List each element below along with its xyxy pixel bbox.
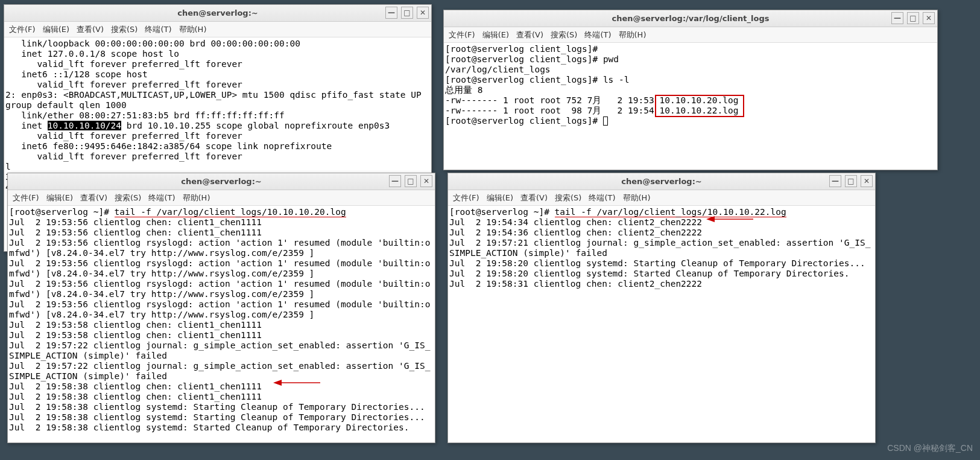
terminal-output[interactable]: [root@serverlog ~]# tail -f /var/log/cli… [8, 206, 435, 442]
close-button[interactable]: ✕ [417, 7, 429, 19]
menu-search[interactable]: 搜索(S) [555, 193, 581, 203]
maximize-icon: □ [909, 14, 916, 22]
maximize-button[interactable]: □ [405, 175, 417, 187]
menu-edit[interactable]: 编辑(E) [46, 193, 73, 203]
tail-command: tail -f /var/log/client_logs/10.10.10.22… [555, 207, 786, 217]
highlighted-ip: 10.10.10.10/24 [48, 121, 121, 130]
window-title: chen@serverlog:~ [8, 177, 435, 186]
menu-view[interactable]: 查看(V) [520, 193, 548, 203]
menu-terminal[interactable]: 终端(T) [584, 30, 611, 40]
minimize-icon: — [391, 177, 399, 185]
maximize-icon: □ [407, 177, 414, 185]
menu-edit[interactable]: 编辑(E) [487, 193, 513, 203]
menu-help[interactable]: 帮助(H) [183, 193, 210, 203]
close-icon: ✕ [420, 8, 426, 17]
menu-terminal[interactable]: 终端(T) [589, 193, 615, 203]
titlebar[interactable]: chen@serverlog:~ — □ ✕ [448, 173, 875, 190]
menu-search[interactable]: 搜索(S) [115, 193, 141, 203]
window-title: chen@serverlog:~ [4, 8, 431, 18]
menu-help[interactable]: 帮助(H) [619, 30, 646, 40]
close-icon: ✕ [926, 14, 932, 22]
menubar: 文件(F) 编辑(E) 查看(V) 搜索(S) 终端(T) 帮助(H) [444, 27, 937, 43]
menu-help[interactable]: 帮助(H) [179, 24, 207, 35]
log-file-2: 10.10.10.22.log [659, 106, 738, 115]
menu-view[interactable]: 查看(V) [516, 30, 543, 40]
svg-marker-1 [273, 380, 282, 386]
menu-file[interactable]: 文件(F) [449, 30, 475, 40]
minimize-button[interactable]: — [829, 175, 841, 187]
maximize-button[interactable]: □ [401, 7, 413, 19]
arrow-annotation-icon [273, 378, 321, 388]
titlebar[interactable]: chen@serverlog:~ — □ ✕ [8, 173, 435, 190]
menu-terminal[interactable]: 终端(T) [148, 193, 175, 203]
menu-view[interactable]: 查看(V) [77, 24, 104, 35]
menu-view[interactable]: 查看(V) [80, 193, 107, 203]
window-title: chen@serverlog:/var/log/client_logs [444, 14, 937, 23]
minimize-icon: — [832, 177, 839, 185]
minimize-button[interactable]: — [389, 175, 401, 187]
close-icon: ✕ [864, 177, 870, 185]
watermark: CSDN @神秘剑客_CN [887, 443, 973, 454]
terminal-window-bottomright[interactable]: chen@serverlog:~ — □ ✕ 文件(F) 编辑(E) 查看(V)… [447, 173, 876, 443]
menu-edit[interactable]: 编辑(E) [482, 30, 509, 40]
menu-search[interactable]: 搜索(S) [551, 30, 577, 40]
menu-terminal[interactable]: 终端(T) [145, 24, 171, 35]
maximize-icon: □ [847, 177, 854, 185]
window-title: chen@serverlog:~ [448, 177, 875, 186]
maximize-button[interactable]: □ [845, 175, 857, 187]
maximize-icon: □ [403, 8, 410, 17]
menu-search[interactable]: 搜索(S) [111, 24, 138, 35]
close-button[interactable]: ✕ [420, 175, 432, 187]
minimize-button[interactable]: — [891, 12, 903, 24]
close-button[interactable]: ✕ [923, 12, 935, 24]
menu-file[interactable]: 文件(F) [9, 24, 36, 35]
menubar: 文件(F) 编辑(E) 查看(V) 搜索(S) 终端(T) 帮助(H) [8, 190, 435, 206]
menubar: 文件(F) 编辑(E) 查看(V) 搜索(S) 终端(T) 帮助(H) [448, 190, 875, 206]
minimize-icon: — [894, 14, 901, 22]
close-icon: ✕ [423, 177, 429, 185]
menu-file[interactable]: 文件(F) [13, 193, 39, 203]
prompt: [root@serverlog ~]# [9, 207, 115, 217]
titlebar[interactable]: chen@serverlog:/var/log/client_logs — □ … [444, 10, 937, 27]
titlebar[interactable]: chen@serverlog:~ — □ ✕ [4, 5, 431, 22]
terminal-output[interactable]: [root@serverlog client_logs]# [root@serv… [444, 43, 937, 170]
menubar: 文件(F) 编辑(E) 查看(V) 搜索(S) 终端(T) 帮助(H) [4, 22, 431, 37]
minimize-icon: — [388, 8, 395, 17]
terminal-window-topright[interactable]: chen@serverlog:/var/log/client_logs — □ … [443, 10, 938, 170]
menu-help[interactable]: 帮助(H) [623, 193, 651, 203]
minimize-button[interactable]: — [385, 7, 397, 19]
terminal-output[interactable]: [root@serverlog ~]# tail -f /var/log/cli… [448, 206, 875, 442]
terminal-window-bottomleft[interactable]: chen@serverlog:~ — □ ✕ 文件(F) 编辑(E) 查看(V)… [7, 173, 435, 443]
log-file-1: 10.10.10.20.log [659, 95, 738, 105]
close-button[interactable]: ✕ [861, 175, 873, 187]
maximize-button[interactable]: □ [907, 12, 919, 24]
cursor-icon [603, 117, 608, 126]
menu-file[interactable]: 文件(F) [453, 193, 479, 203]
prompt: [root@serverlog ~]# [449, 207, 555, 217]
tail-command: tail -f /var/log/client_logs/10.10.10.20… [115, 207, 346, 217]
menu-edit[interactable]: 编辑(E) [43, 24, 69, 35]
